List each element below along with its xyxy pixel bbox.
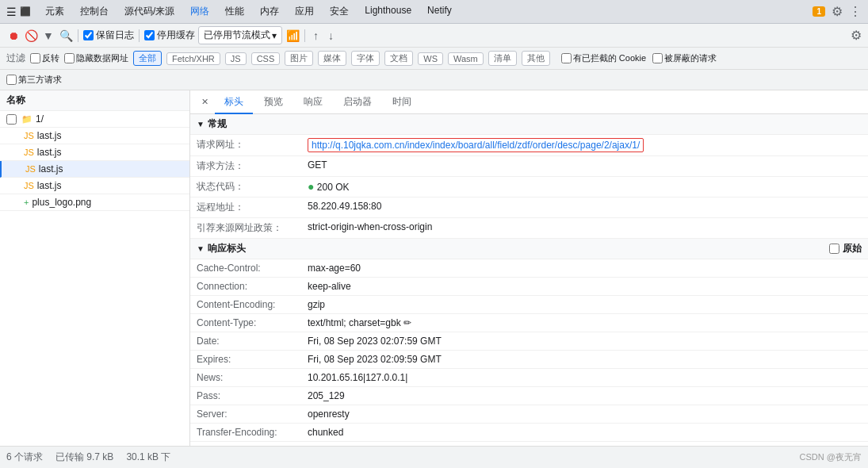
notification-badge: 1 <box>813 6 825 17</box>
status-dot: ● <box>308 180 314 193</box>
request-count: 6 个请求 <box>6 451 43 464</box>
js-icon-1: JS <box>24 131 34 140</box>
wifi-icon[interactable]: 📶 <box>285 29 300 43</box>
search-icon[interactable]: 🔍 <box>59 29 73 43</box>
filter-wasm[interactable]: Wasm <box>448 52 484 65</box>
general-table: 请求网址： http://q.10jqka.com.cn/index/index… <box>190 135 868 239</box>
main-area: 名称 📁 1/ JS last.js JS last.js JS last.js… <box>0 90 868 446</box>
import-har-icon[interactable]: ↑ <box>310 28 322 44</box>
general-row-0: 请求网址： http://q.10jqka.com.cn/index/index… <box>190 135 868 156</box>
general-label-0: 请求网址： <box>190 135 301 156</box>
response-value-6: 10.201.65.16|127.0.0.1| <box>301 369 868 387</box>
filter-doc[interactable]: 文档 <box>384 51 413 66</box>
detail-content: ▼ 常规 请求网址： http://q.10jqka.com.cn/index/… <box>190 114 868 446</box>
response-row-8: Server: openresty <box>190 405 868 424</box>
has-blocked-cookie-checkbox[interactable]: 有已拦截的 Cookie <box>561 52 646 64</box>
network-toolbar: ⏺ 🚫 ▼ 🔍 保留日志 停用缓存 已停用节流模式 ▾ 📶 ↑ ↓ ⚙ <box>0 24 868 48</box>
filter-toggle-icon[interactable]: ▼ <box>41 29 55 43</box>
throttle-dropdown[interactable]: 已停用节流模式 ▾ <box>198 26 282 44</box>
filter-font[interactable]: 字体 <box>351 51 380 66</box>
hidden-data-checkbox[interactable]: 隐藏数据网址 <box>64 52 128 64</box>
filter-media[interactable]: 媒体 <box>318 51 346 66</box>
menu-console[interactable]: 控制台 <box>72 2 117 21</box>
file-item-2[interactable]: JS last.js <box>0 144 189 161</box>
third-party-row: 第三方请求 <box>0 70 868 90</box>
response-label-9: Transfer-Encoding: <box>190 424 301 442</box>
clear-icon[interactable]: 🚫 <box>24 29 38 43</box>
filter-img[interactable]: 图片 <box>285 51 313 66</box>
js-icon-3: JS <box>25 164 36 174</box>
filter-row: 过滤 反转 隐藏数据网址 全部 Fetch/XHR JS CSS 图片 媒体 字… <box>0 48 868 70</box>
general-value-3: 58.220.49.158:80 <box>301 198 868 218</box>
filter-js[interactable]: JS <box>225 52 247 65</box>
network-settings-icon[interactable]: ⚙ <box>851 29 862 42</box>
request-url-value[interactable]: http://q.10jqka.com.cn/index/index/board… <box>308 138 644 152</box>
tab-response[interactable]: 响应 <box>294 91 332 114</box>
separator-1 <box>78 29 78 42</box>
tab-timing[interactable]: 时间 <box>383 91 421 114</box>
tab-preview[interactable]: 预览 <box>254 91 293 114</box>
filter-other[interactable]: 其他 <box>522 51 550 66</box>
response-value-9: chunked <box>301 424 868 442</box>
file-item-0-checkbox[interactable] <box>6 114 17 125</box>
menu-network[interactable]: 网络 <box>182 2 217 21</box>
response-label-5: Expires: <box>190 351 301 369</box>
devtools-settings-icon[interactable]: ⚙ <box>832 4 843 19</box>
response-row-3: Content-Type: text/html; charset=gbk ✏ <box>190 314 868 332</box>
third-party-checkbox[interactable]: 第三方请求 <box>6 74 62 86</box>
detail-panel: ✕ 标头 预览 响应 启动器 时间 ▼ 常规 请求网址： http://q.10… <box>190 90 868 446</box>
menu-elements[interactable]: 元素 <box>37 2 72 21</box>
filter-css[interactable]: CSS <box>251 52 281 65</box>
general-label-1: 请求方法： <box>190 156 301 177</box>
response-label-6: News: <box>190 369 301 387</box>
file-list-header: 名称 <box>0 90 189 111</box>
file-list-panel: 名称 📁 1/ JS last.js JS last.js JS last.js… <box>0 90 190 446</box>
filter-manifest[interactable]: 清单 <box>488 51 517 66</box>
window-icon[interactable]: ⬛ <box>20 6 31 17</box>
export-har-icon[interactable]: ↓ <box>325 28 337 44</box>
file-item-1[interactable]: JS last.js <box>0 128 189 144</box>
general-label-2: 状态代码： <box>190 177 301 198</box>
menu-icon[interactable]: ☰ <box>6 6 17 18</box>
blocked-requests-checkbox[interactable]: 被屏蔽的请求 <box>652 52 717 64</box>
tab-initiator[interactable]: 启动器 <box>334 91 381 114</box>
file-item-0[interactable]: 📁 1/ <box>0 111 189 128</box>
response-value-3: text/html; charset=gbk ✏ <box>301 314 868 332</box>
response-headers-table: Cache-Control: max-age=60 Connection: ke… <box>190 259 868 446</box>
menu-sources[interactable]: 源代码/来源 <box>117 2 182 21</box>
devtools-more-icon[interactable]: ⋮ <box>849 4 862 19</box>
response-value-2: gzip <box>301 296 868 314</box>
separator-3 <box>304 29 305 42</box>
response-value-4: Fri, 08 Sep 2023 02:07:59 GMT <box>301 332 868 351</box>
preserve-log-checkbox[interactable]: 保留日志 <box>83 29 134 42</box>
menu-lighthouse[interactable]: Lighthouse <box>357 2 419 21</box>
filter-all[interactable]: 全部 <box>133 51 162 66</box>
response-row-5: Expires: Fri, 08 Sep 2023 02:09:59 GMT <box>190 351 868 369</box>
response-value-1: keep-alive <box>301 278 868 296</box>
general-arrow-icon: ▼ <box>197 120 205 129</box>
menu-netify[interactable]: Netify <box>419 2 460 21</box>
filter-fetch-xhr[interactable]: Fetch/XHR <box>166 52 220 65</box>
disable-cache-checkbox[interactable]: 停用缓存 <box>144 29 195 42</box>
menu-application[interactable]: 应用 <box>287 2 322 21</box>
record-stop-icon[interactable]: ⏺ <box>6 29 21 43</box>
general-value-2: ● 200 OK <box>301 177 868 198</box>
close-tab-icon[interactable]: ✕ <box>197 94 213 110</box>
response-label-10: Vary: <box>190 442 301 447</box>
file-item-5[interactable]: + plus_logo.png <box>0 194 189 211</box>
invert-checkbox[interactable]: 反转 <box>30 52 59 64</box>
response-value-7: 205_129 <box>301 387 868 405</box>
menu-memory[interactable]: 内存 <box>252 2 287 21</box>
response-row-1: Connection: keep-alive <box>190 278 868 296</box>
file-item-4[interactable]: JS last.js <box>0 178 189 194</box>
filter-ws[interactable]: WS <box>418 52 443 65</box>
file-item-3[interactable]: JS last.js <box>0 161 189 178</box>
png-icon: + <box>24 198 29 207</box>
general-row-1: 请求方法： GET <box>190 156 868 177</box>
tab-headers[interactable]: 标头 <box>215 91 253 114</box>
response-headers-section-header[interactable]: ▼ 响应标头 原始 <box>190 239 868 259</box>
menu-performance[interactable]: 性能 <box>217 2 252 21</box>
general-section-header[interactable]: ▼ 常规 <box>190 114 868 135</box>
raw-headers-checkbox[interactable]: 原始 <box>829 242 862 255</box>
menu-security[interactable]: 安全 <box>322 2 357 21</box>
